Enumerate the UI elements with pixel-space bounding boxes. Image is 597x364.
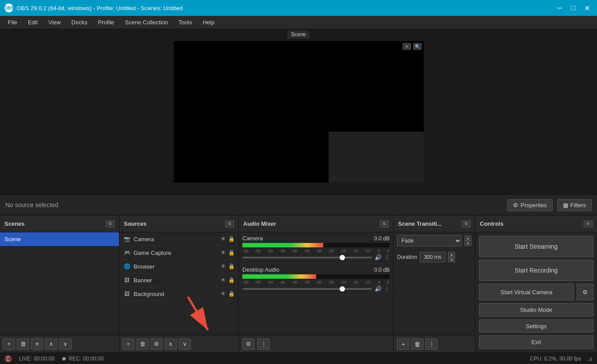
- transition-spin-up[interactable]: ▲: [464, 235, 471, 241]
- audio-desktop-more-btn[interactable]: ⋮: [384, 286, 390, 292]
- background-lock-btn[interactable]: 🔒: [228, 291, 235, 297]
- menu-tools[interactable]: Tools: [174, 17, 196, 27]
- audio-camera-bar: [242, 243, 323, 247]
- gear-icon: ⚙: [513, 202, 518, 209]
- audio-camera-more-btn[interactable]: ⋮: [384, 254, 390, 261]
- close-button[interactable]: ✕: [582, 3, 593, 13]
- scenes-remove-button[interactable]: 🗑: [17, 338, 29, 350]
- audio-channels: Camera 0.0 dB -60-55-50-45-40-35-30-25-2…: [239, 232, 393, 335]
- menu-view[interactable]: View: [44, 17, 65, 27]
- scenes-float-button[interactable]: ⧉: [106, 220, 115, 228]
- transition-content: Fade Cut ▲ ▼ Duration ▲ ▼: [394, 232, 475, 335]
- title-controls: ─ □ ✕: [555, 3, 593, 13]
- camera-visibility-btn[interactable]: 👁: [221, 236, 226, 242]
- camera-lock-btn[interactable]: 🔒: [228, 236, 235, 242]
- audio-float-button[interactable]: ⧉: [380, 220, 389, 228]
- source-name-banner: Banner: [134, 277, 218, 284]
- properties-button[interactable]: ⚙ Properties: [507, 199, 552, 211]
- banner-lock-btn[interactable]: 🔒: [228, 277, 235, 283]
- sources-settings-button[interactable]: ⚙: [150, 338, 163, 350]
- menu-help[interactable]: Help: [198, 17, 219, 27]
- transition-select[interactable]: Fade Cut: [397, 235, 462, 246]
- scenes-panel-title: Scenes: [4, 220, 25, 227]
- source-item-banner[interactable]: 🖼 Banner 👁 🔒: [119, 273, 238, 287]
- scenes-filter-button[interactable]: ≡: [31, 338, 43, 350]
- browser-visibility-btn[interactable]: 👁: [221, 263, 226, 269]
- scenes-list: Scene: [0, 232, 119, 335]
- scenes-panel: Scenes ⧉ Scene + 🗑 ≡ ∧ ∨: [0, 216, 119, 353]
- audio-camera-slider-thumb[interactable]: [340, 255, 345, 260]
- scenes-down-button[interactable]: ∨: [59, 338, 72, 350]
- transition-float-button[interactable]: ⧉: [462, 220, 471, 228]
- title-bar: OBS OBS 29.0.2 (64-bit, windows) - Profi…: [0, 0, 597, 16]
- audio-settings-button[interactable]: ⚙: [242, 338, 255, 350]
- sources-up-button[interactable]: ∧: [165, 338, 177, 350]
- virtual-camera-row: Start Virtual Camera ⚙: [479, 284, 593, 300]
- source-item-background[interactable]: 🖼 Background 👁 🔒: [119, 287, 238, 301]
- start-virtual-camera-button[interactable]: Start Virtual Camera: [479, 284, 574, 300]
- scenes-up-button[interactable]: ∧: [45, 338, 57, 350]
- audio-desktop-db: 0.0 dB: [374, 267, 390, 273]
- minimize-button[interactable]: ─: [555, 3, 565, 13]
- start-streaming-button[interactable]: Start Streaming: [479, 236, 593, 257]
- gamecapture-lock-btn[interactable]: 🔒: [228, 250, 235, 256]
- menu-scene-collection[interactable]: Scene Collection: [120, 17, 172, 27]
- transition-remove-button[interactable]: 🗑: [411, 338, 424, 350]
- duration-label: Duration: [397, 254, 417, 260]
- audio-channel-desktop: Desktop Audio 0.0 dB -60-55-50-45-40-35-…: [239, 264, 393, 295]
- gamecapture-visibility-btn[interactable]: 👁: [221, 250, 226, 256]
- controls-panel: Controls ⧉ Start Streaming Start Recordi…: [475, 216, 597, 353]
- menu-docks[interactable]: Docks: [67, 17, 92, 27]
- sources-float-button[interactable]: ⧉: [225, 220, 234, 228]
- live-status: LIVE: 00:00:00: [19, 356, 54, 362]
- scene-item-scene[interactable]: Scene: [0, 232, 119, 246]
- virtual-camera-settings-button[interactable]: ⚙: [577, 284, 593, 300]
- source-item-gamecapture[interactable]: 🎮 Game Capture 👁 🔒: [119, 246, 238, 260]
- transition-add-button[interactable]: +: [397, 338, 409, 350]
- source-item-camera[interactable]: 📷 Camera 👁 🔒: [119, 232, 238, 246]
- transition-panel-header: Scene Transiti... ⧉: [394, 216, 475, 232]
- duration-spin-up[interactable]: ▲: [448, 252, 455, 257]
- audio-desktop-name: Desktop Audio: [242, 266, 279, 273]
- menu-edit[interactable]: Edit: [23, 17, 42, 27]
- preview-label: Scene: [287, 30, 310, 38]
- preview-close-btn[interactable]: ✕: [402, 43, 411, 50]
- app-icon: OBS: [4, 4, 13, 12]
- start-recording-button[interactable]: Start Recording: [479, 260, 593, 281]
- audio-camera-slider[interactable]: [242, 257, 372, 258]
- transition-more-button[interactable]: ⋮: [425, 338, 438, 350]
- audio-desktop-slider-thumb[interactable]: [340, 286, 345, 292]
- audio-camera-scale: -60-55-50-45-40-35-30-25-20-15-10-50: [242, 249, 390, 253]
- sources-panel: Sources ⧉ 📷 Camera 👁 🔒 🎮 Game Capture 👁 …: [119, 216, 239, 353]
- settings-button[interactable]: Settings: [479, 319, 593, 333]
- duration-spin-down[interactable]: ▼: [448, 257, 455, 262]
- transition-spin-down[interactable]: ▼: [464, 241, 471, 246]
- sources-down-button[interactable]: ∨: [179, 338, 191, 350]
- status-bar: 📵 LIVE: 00:00:00 ⏺ REC: 00:00:00 CPU: 0.…: [0, 353, 597, 364]
- menu-profile[interactable]: Profile: [93, 17, 119, 27]
- source-name-gamecapture: Game Capture: [134, 250, 218, 256]
- scenes-add-button[interactable]: +: [3, 338, 15, 350]
- duration-input[interactable]: [420, 252, 445, 262]
- exit-button[interactable]: Exit: [479, 335, 593, 349]
- studio-mode-button[interactable]: Studio Mode: [479, 303, 593, 317]
- sources-remove-button[interactable]: 🗑: [136, 338, 149, 350]
- audio-more-button[interactable]: ⋮: [257, 338, 270, 350]
- maximize-button[interactable]: □: [568, 3, 578, 13]
- menu-file[interactable]: File: [4, 17, 22, 27]
- sources-add-button[interactable]: +: [122, 338, 134, 350]
- browser-lock-btn[interactable]: 🔒: [228, 263, 235, 269]
- filter-icon: ▦: [563, 202, 568, 209]
- audio-desktop-slider[interactable]: [242, 288, 372, 290]
- controls-content: Start Streaming Start Recording Start Vi…: [475, 232, 597, 353]
- title-left: OBS OBS 29.0.2 (64-bit, windows) - Profi…: [4, 4, 183, 12]
- source-item-browser[interactable]: 🌐 Browser 👁 🔒: [119, 260, 238, 273]
- preview-search-btn[interactable]: 🔍: [413, 43, 422, 50]
- banner-visibility-btn[interactable]: 👁: [221, 277, 226, 283]
- filters-button[interactable]: ▦ Filters: [557, 199, 592, 211]
- controls-float-button[interactable]: ⧉: [584, 220, 593, 228]
- audio-camera-mute-btn[interactable]: 🔊: [375, 254, 382, 261]
- audio-desktop-mute-btn[interactable]: 🔊: [375, 285, 382, 292]
- background-visibility-btn[interactable]: 👁: [221, 291, 226, 297]
- resize-handle[interactable]: ⊿: [588, 356, 593, 362]
